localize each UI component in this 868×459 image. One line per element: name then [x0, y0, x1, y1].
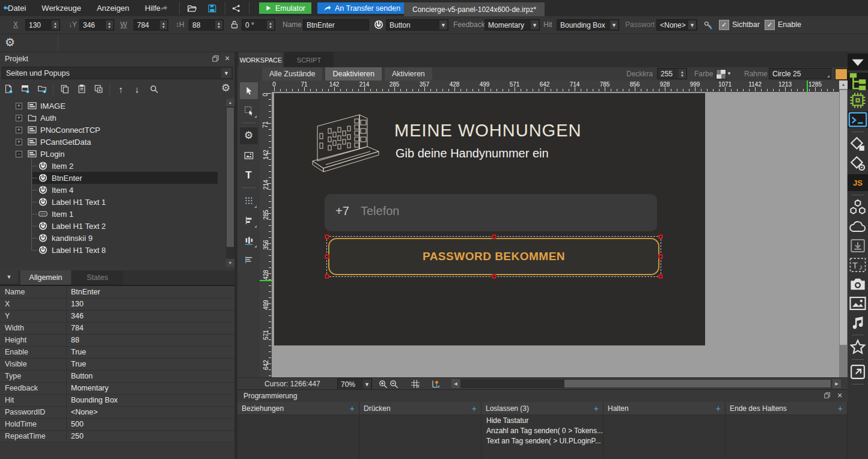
- property-row-visible[interactable]: VisibleTrue: [0, 358, 234, 371]
- property-value[interactable]: 130: [71, 300, 84, 308]
- camera-sidebar-button[interactable]: [849, 276, 867, 293]
- gear-tool[interactable]: ⚙: [240, 127, 258, 144]
- tab-script[interactable]: SCRIPT: [284, 52, 334, 67]
- zoom-level-dropdown[interactable]: 70%▼: [337, 378, 372, 390]
- programming-column-header[interactable]: Beziehungen+: [237, 402, 359, 415]
- js-sidebar-button[interactable]: JS: [848, 174, 868, 191]
- property-row-feedback[interactable]: FeedbackMomentary: [0, 382, 234, 395]
- distribute-tool[interactable]: [240, 232, 258, 249]
- popup-add-icon[interactable]: [19, 84, 31, 95]
- tree-item-plogin[interactable]: -PLogin: [0, 148, 218, 160]
- tab-workspace[interactable]: WORKSPACE: [239, 52, 283, 67]
- shape-gear-sidebar-button[interactable]: [849, 155, 867, 172]
- y-input[interactable]: 346▲▼: [79, 19, 114, 31]
- property-row-hit[interactable]: HitBounding Box: [0, 394, 234, 407]
- tree-item-image[interactable]: +IMAGE: [0, 100, 218, 112]
- save-project-icon[interactable]: [206, 2, 219, 15]
- phone-input[interactable]: +7 Telefon: [325, 194, 657, 231]
- y-spinner[interactable]: ▲▼: [106, 20, 113, 29]
- tree-item-pcantgetdata[interactable]: +PCantGetData: [0, 136, 218, 148]
- resize-handle-se[interactable]: [659, 275, 663, 279]
- tree-item-label-h1-text-8[interactable]: Label H1 Text 8: [0, 244, 218, 256]
- scrollbar-thumb[interactable]: [564, 380, 831, 388]
- property-value[interactable]: Bounding Box: [71, 396, 118, 404]
- property-row-name[interactable]: NameBtnEnter: [0, 286, 234, 299]
- scroll-down-arrow[interactable]: ▼: [226, 259, 234, 267]
- action-item[interactable]: Hide Tastatur: [481, 415, 603, 425]
- tree-item-label-h1-text-1[interactable]: Label H1 Text 1: [0, 196, 218, 208]
- resize-handle-ne[interactable]: [659, 235, 663, 239]
- snap-icon[interactable]: [431, 379, 441, 389]
- resize-handle-e[interactable]: [659, 255, 663, 259]
- tree-expander[interactable]: -: [16, 151, 22, 157]
- property-row-passwordid[interactable]: PasswordID<None>: [0, 406, 234, 419]
- scroll-up-arrow[interactable]: ▲: [839, 81, 848, 89]
- tree-expander[interactable]: +: [16, 127, 22, 133]
- property-value[interactable]: True: [71, 348, 86, 356]
- tree-item-kandinskii-9[interactable]: kandinskii 9: [0, 232, 218, 244]
- cursor-tool[interactable]: [240, 82, 258, 99]
- canvas-area[interactable]: MEINE WOHNUNGEN Gib deine Handynummer ei…: [272, 92, 839, 377]
- tree-expander[interactable]: +: [16, 139, 22, 145]
- marquee-tool[interactable]: [240, 102, 258, 119]
- h-input[interactable]: 88▲▼: [189, 19, 224, 31]
- password-dropdown[interactable]: <None>▼: [656, 19, 697, 31]
- property-value[interactable]: True: [71, 360, 86, 368]
- enable-checkbox[interactable]: ✓: [765, 20, 775, 30]
- image-tool[interactable]: [240, 147, 258, 164]
- property-row-enable[interactable]: EnableTrue: [0, 346, 234, 359]
- music-sidebar-button[interactable]: [849, 314, 867, 331]
- activate-button[interactable]: Aktivieren: [385, 67, 432, 81]
- text-tool[interactable]: T: [240, 167, 258, 184]
- open-project-icon[interactable]: [185, 2, 198, 15]
- angle-spinner[interactable]: ▲▼: [267, 20, 274, 29]
- menu-werkzeuge[interactable]: Werkzeuge: [34, 0, 89, 16]
- property-value[interactable]: Button: [71, 372, 93, 380]
- deactivate-button[interactable]: Deaktivieren: [325, 67, 381, 81]
- add-action-button[interactable]: +: [350, 404, 355, 413]
- resize-handle-nw[interactable]: [325, 235, 329, 239]
- external-sidebar-button[interactable]: [849, 363, 867, 380]
- settings-gear-icon[interactable]: ⚙: [5, 35, 15, 49]
- color-swatch[interactable]: [716, 69, 726, 79]
- x-spinner[interactable]: ▲▼: [52, 20, 59, 29]
- property-value[interactable]: 784: [71, 324, 84, 332]
- redo-icon[interactable]: [159, 2, 171, 14]
- align-tool[interactable]: [240, 212, 258, 229]
- project-tab[interactable]: Concierge-v5-panel-1024x600-de.irpz*: [404, 2, 545, 16]
- tree-item-label-h1-text-2[interactable]: Label H1 Text 2: [0, 220, 218, 232]
- angle-input[interactable]: 0 °▲▼: [242, 19, 275, 31]
- chip-sidebar-button[interactable]: [849, 92, 867, 109]
- property-row-x[interactable]: X130: [0, 298, 234, 311]
- paste-icon[interactable]: [76, 84, 87, 95]
- tab-allgemein[interactable]: Allgemein: [20, 270, 71, 285]
- menu-anzeigen[interactable]: Anzeigen: [89, 0, 137, 16]
- all-states-button[interactable]: Alle Zustände: [262, 67, 322, 81]
- property-row-holdtime[interactable]: HoldTime500: [0, 418, 234, 431]
- doc-add-icon[interactable]: [2, 84, 14, 95]
- programming-column-header[interactable]: Ende des Haltens+: [726, 402, 847, 415]
- zoom-out-icon[interactable]: [389, 379, 399, 389]
- undo-icon[interactable]: [0, 2, 12, 14]
- property-value[interactable]: 250: [71, 432, 84, 440]
- shape-sidebar-button[interactable]: [849, 136, 867, 153]
- scroll-right-arrow[interactable]: ▶: [833, 379, 841, 388]
- add-action-button[interactable]: +: [594, 404, 599, 413]
- programming-column-header[interactable]: Halten+: [604, 402, 725, 415]
- property-row-height[interactable]: Height88: [0, 334, 234, 347]
- w-input[interactable]: 784▲▼: [133, 19, 168, 31]
- properties-menu-button[interactable]: ▼: [0, 270, 18, 284]
- property-value[interactable]: 346: [71, 312, 84, 320]
- media-text-sidebar-button[interactable]: T♪: [849, 257, 867, 273]
- canvas-vscrollbar[interactable]: ▲: [839, 81, 848, 388]
- property-row-y[interactable]: Y346: [0, 310, 234, 323]
- page-title[interactable]: MEINE WOHNUNGEN: [394, 121, 581, 141]
- close-panel-icon[interactable]: ×: [225, 53, 230, 63]
- feedback-dropdown[interactable]: Momentary▼: [484, 19, 540, 31]
- property-value[interactable]: BtnEnter: [71, 288, 100, 296]
- share-icon[interactable]: [230, 2, 243, 15]
- tree-item-btnenter[interactable]: BtnEnter: [0, 172, 218, 184]
- resize-handle-w[interactable]: [325, 255, 329, 259]
- lock-icon[interactable]: [230, 20, 239, 29]
- resize-handle-sw[interactable]: [325, 275, 329, 279]
